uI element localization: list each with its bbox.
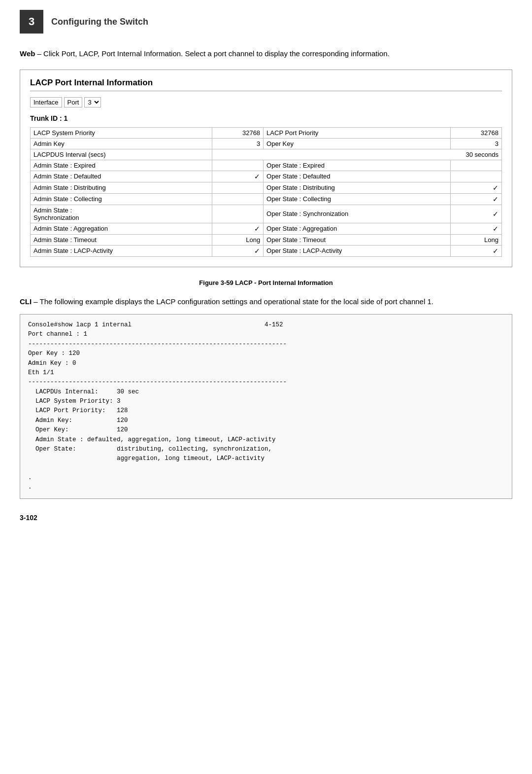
left-value bbox=[212, 205, 263, 223]
web-label: Web bbox=[20, 49, 35, 58]
left-label: Admin State : Aggregation bbox=[31, 223, 212, 234]
left-label: Admin State : Collecting bbox=[31, 193, 212, 205]
check-icon: ✓ bbox=[493, 195, 499, 203]
table-row: Admin State : LACP-Activity ✓ Oper State… bbox=[31, 245, 502, 256]
lacp-panel: LACP Port Internal Information Interface… bbox=[20, 70, 512, 267]
cli-description: CLI – The following example displays the… bbox=[20, 296, 512, 308]
table-row: LACPDUS Interval (secs) 30 seconds bbox=[31, 149, 502, 160]
left-value: ✓ bbox=[212, 171, 263, 182]
check-icon: ✓ bbox=[254, 173, 260, 180]
table-row: Admin State : Aggregation ✓ Oper State :… bbox=[31, 223, 502, 234]
right-value bbox=[450, 171, 501, 182]
right-value bbox=[450, 160, 501, 171]
check-icon: ✓ bbox=[493, 184, 499, 192]
right-label: Oper State : LACP-Activity bbox=[264, 245, 451, 256]
right-value: ✓ bbox=[450, 223, 501, 234]
right-value: ✓ bbox=[450, 245, 501, 256]
right-label: Oper State : Defaulted bbox=[264, 171, 451, 182]
check-icon: ✓ bbox=[493, 225, 499, 233]
table-row: Admin State :Synchronization Oper State … bbox=[31, 205, 502, 223]
right-label: Oper State : Timeout bbox=[264, 234, 451, 245]
cli-label: CLI bbox=[20, 297, 32, 306]
web-description-text: – Click Port, LACP, Port Internal Inform… bbox=[35, 49, 389, 58]
table-row: Admin State : Expired Oper State : Expir… bbox=[31, 160, 502, 171]
right-label: Oper Key bbox=[264, 138, 451, 149]
left-label: Admin State : LACP-Activity bbox=[31, 245, 212, 256]
left-label: Admin State : Expired bbox=[31, 160, 212, 171]
left-label: LACPDUS Interval (secs) bbox=[31, 149, 212, 160]
left-value bbox=[212, 160, 263, 171]
info-table: LACP System Priority 32768 LACP Port Pri… bbox=[30, 127, 502, 257]
left-label: Admin State : Distributing bbox=[31, 182, 212, 193]
right-label: Oper State : Distributing bbox=[264, 182, 451, 193]
right-value: ✓ bbox=[450, 182, 501, 193]
table-row: Admin Key 3 Oper Key 3 bbox=[31, 138, 502, 149]
left-label: Admin State : Defaulted bbox=[31, 171, 212, 182]
left-label: Admin State :Synchronization bbox=[31, 205, 212, 223]
web-description: Web – Click Port, LACP, Port Internal In… bbox=[20, 48, 512, 60]
left-value: 32768 bbox=[212, 127, 263, 138]
left-value: ✓ bbox=[212, 245, 263, 256]
table-row: Admin State : Timeout Long Oper State : … bbox=[31, 234, 502, 245]
chapter-icon: 3 bbox=[20, 10, 43, 34]
cli-code-block: Console#show lacp 1 internal 4-152 Port … bbox=[20, 314, 512, 499]
right-label: Oper State : Expired bbox=[264, 160, 451, 171]
port-label: Port bbox=[64, 97, 83, 107]
page-number: 3-102 bbox=[20, 514, 512, 522]
check-icon: ✓ bbox=[493, 210, 499, 218]
left-value: Long bbox=[212, 234, 263, 245]
left-value: 3 bbox=[212, 138, 263, 149]
check-icon: ✓ bbox=[254, 247, 260, 255]
right-label: Oper State : Synchronization bbox=[264, 205, 451, 223]
left-value bbox=[212, 182, 263, 193]
left-label: Admin State : Timeout bbox=[31, 234, 212, 245]
right-label: Oper State : Aggregation bbox=[264, 223, 451, 234]
right-value: Long bbox=[450, 234, 501, 245]
right-value: ✓ bbox=[450, 205, 501, 223]
cli-description-text: – The following example displays the LAC… bbox=[32, 297, 433, 306]
table-row: Admin State : Distributing Oper State : … bbox=[31, 182, 502, 193]
right-label: LACP Port Priority bbox=[264, 127, 451, 138]
left-value bbox=[212, 193, 263, 205]
right-value: ✓ bbox=[450, 193, 501, 205]
left-label: Admin Key bbox=[31, 138, 212, 149]
chapter-title: Configuring the Switch bbox=[51, 17, 148, 27]
port-select[interactable]: 3 1 2 4 5 6 7 8 bbox=[84, 97, 101, 107]
left-value: ✓ bbox=[212, 223, 263, 234]
interface-label: Interface bbox=[30, 97, 62, 107]
lacp-panel-title: LACP Port Internal Information bbox=[30, 78, 502, 91]
table-row: Admin State : Defaulted ✓ Oper State : D… bbox=[31, 171, 502, 182]
page-header: 3 Configuring the Switch bbox=[20, 10, 512, 38]
table-row: Admin State : Collecting Oper State : Co… bbox=[31, 193, 502, 205]
trunk-id: Trunk ID : 1 bbox=[30, 114, 502, 122]
left-value: 30 seconds bbox=[212, 149, 501, 160]
table-row: LACP System Priority 32768 LACP Port Pri… bbox=[31, 127, 502, 138]
figure-caption: Figure 3-59 LACP - Port Internal Informa… bbox=[20, 279, 512, 286]
right-label: Oper State : Collecting bbox=[264, 193, 451, 205]
check-icon: ✓ bbox=[493, 247, 499, 255]
check-icon: ✓ bbox=[254, 225, 260, 233]
right-value: 32768 bbox=[450, 127, 501, 138]
left-label: LACP System Priority bbox=[31, 127, 212, 138]
right-value: 3 bbox=[450, 138, 501, 149]
interface-row: Interface Port 3 1 2 4 5 6 7 8 bbox=[30, 97, 502, 107]
